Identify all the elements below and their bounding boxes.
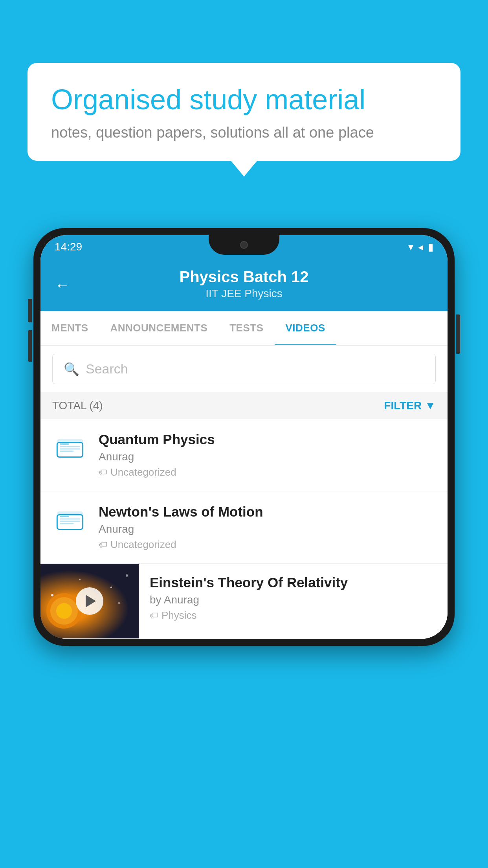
tab-tests[interactable]: TESTS bbox=[218, 311, 274, 345]
video-icon-quantum bbox=[52, 433, 88, 461]
tag-icon-newton: 🏷 bbox=[99, 540, 107, 550]
video-tag-einstein: 🏷 Physics bbox=[150, 609, 437, 622]
filter-bar: TOTAL (4) FILTER ▼ bbox=[40, 392, 448, 419]
speech-bubble-container: Organised study material notes, question… bbox=[28, 63, 460, 161]
svg-rect-11 bbox=[60, 523, 73, 524]
speech-bubble: Organised study material notes, question… bbox=[28, 63, 460, 161]
tag-label-newton: Uncategorized bbox=[110, 539, 176, 551]
power-button bbox=[456, 314, 460, 354]
video-author-newton: Anurag bbox=[99, 523, 436, 535]
video-author-quantum: Anurag bbox=[99, 451, 436, 463]
svg-rect-3 bbox=[60, 446, 80, 447]
tab-ments[interactable]: MENTS bbox=[40, 311, 99, 345]
search-icon: 🔍 bbox=[64, 362, 79, 377]
status-icons: ▾ ◂ ▮ bbox=[408, 241, 433, 253]
tag-icon-quantum: 🏷 bbox=[99, 467, 107, 478]
video-author-einstein: by Anurag bbox=[150, 594, 437, 606]
phone-outer: 14:29 ▾ ◂ ▮ ← Physics Batch 12 IIT JEE P… bbox=[33, 228, 455, 646]
video-list: Quantum Physics Anurag 🏷 Uncategorized bbox=[40, 419, 448, 639]
tag-label-einstein: Physics bbox=[161, 609, 197, 622]
video-item-einstein[interactable]: Einstein's Theory Of Relativity by Anura… bbox=[40, 564, 448, 639]
filter-label: FILTER bbox=[384, 399, 422, 412]
svg-rect-5 bbox=[60, 451, 73, 452]
svg-rect-2 bbox=[60, 443, 69, 445]
svg-point-15 bbox=[51, 594, 53, 596]
search-container: 🔍 Search bbox=[40, 346, 448, 392]
status-bar: 14:29 ▾ ◂ ▮ bbox=[40, 235, 448, 259]
volume-up-button bbox=[28, 299, 32, 322]
video-tag-quantum: 🏷 Uncategorized bbox=[99, 466, 436, 478]
tab-announcements[interactable]: ANNOUNCEMENTS bbox=[99, 311, 219, 345]
video-item-newtons-laws[interactable]: Newton's Laws of Motion Anurag 🏷 Uncateg… bbox=[40, 491, 448, 564]
header-subtitle: IIT JEE Physics bbox=[55, 287, 433, 300]
video-title-quantum: Quantum Physics bbox=[99, 432, 436, 447]
svg-point-16 bbox=[79, 579, 81, 580]
total-count-label: TOTAL (4) bbox=[52, 399, 103, 412]
video-item-quantum-physics[interactable]: Quantum Physics Anurag 🏷 Uncategorized bbox=[40, 419, 448, 491]
video-title-newton: Newton's Laws of Motion bbox=[99, 504, 436, 520]
app-header: ← Physics Batch 12 IIT JEE Physics bbox=[40, 259, 448, 311]
video-icon-newton bbox=[52, 506, 88, 533]
filter-button[interactable]: FILTER ▼ bbox=[384, 399, 436, 412]
search-box[interactable]: 🔍 Search bbox=[52, 354, 436, 384]
video-info-newton: Newton's Laws of Motion Anurag 🏷 Uncateg… bbox=[99, 504, 436, 551]
svg-rect-8 bbox=[60, 516, 69, 517]
play-button-einstein[interactable] bbox=[76, 587, 103, 615]
phone-screen: 14:29 ▾ ◂ ▮ ← Physics Batch 12 IIT JEE P… bbox=[40, 235, 448, 639]
back-button[interactable]: ← bbox=[55, 276, 70, 294]
video-thumbnail-einstein bbox=[40, 564, 139, 638]
status-time: 14:29 bbox=[55, 241, 82, 253]
bubble-subtitle: notes, question papers, solutions all at… bbox=[51, 124, 437, 141]
wifi-icon: ▾ bbox=[408, 241, 413, 253]
video-title-einstein: Einstein's Theory Of Relativity bbox=[150, 575, 437, 590]
tag-icon-einstein: 🏷 bbox=[150, 611, 158, 621]
svg-point-17 bbox=[110, 587, 112, 588]
svg-rect-4 bbox=[60, 449, 80, 450]
bubble-title: Organised study material bbox=[51, 83, 437, 116]
battery-icon: ▮ bbox=[428, 241, 433, 253]
svg-point-18 bbox=[126, 574, 128, 577]
filter-icon: ▼ bbox=[425, 399, 436, 412]
video-info-einstein: Einstein's Theory Of Relativity by Anura… bbox=[139, 564, 448, 633]
play-triangle-icon bbox=[86, 595, 96, 607]
notch bbox=[209, 235, 279, 255]
search-placeholder: Search bbox=[86, 361, 128, 377]
volume-down-button bbox=[28, 330, 32, 362]
header-title: Physics Batch 12 bbox=[55, 268, 433, 286]
tag-label-quantum: Uncategorized bbox=[110, 466, 176, 478]
svg-point-19 bbox=[118, 602, 120, 604]
video-tag-newton: 🏷 Uncategorized bbox=[99, 539, 436, 551]
svg-rect-9 bbox=[60, 519, 80, 520]
svg-rect-10 bbox=[60, 521, 80, 522]
signal-icon: ◂ bbox=[418, 241, 423, 253]
camera-notch bbox=[240, 241, 248, 249]
svg-point-14 bbox=[56, 603, 72, 619]
tabs-container: MENTS ANNOUNCEMENTS TESTS VIDEOS bbox=[40, 311, 448, 346]
video-info-quantum: Quantum Physics Anurag 🏷 Uncategorized bbox=[99, 432, 436, 478]
phone-wrapper: 14:29 ▾ ◂ ▮ ← Physics Batch 12 IIT JEE P… bbox=[33, 228, 455, 868]
tab-videos[interactable]: VIDEOS bbox=[275, 311, 336, 345]
